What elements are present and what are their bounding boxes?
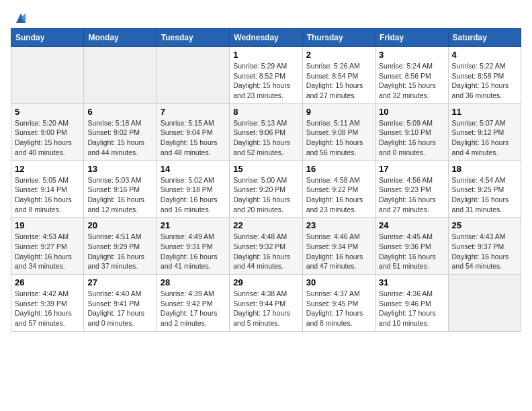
day-info: Sunrise: 4:49 AMSunset: 9:31 PMDaylight:… xyxy=(161,232,226,271)
calendar-cell: 5Sunrise: 5:20 AMSunset: 9:00 PMDaylight… xyxy=(11,103,84,161)
day-number: 13 xyxy=(87,164,152,174)
day-number: 26 xyxy=(15,277,80,287)
calendar-cell: 14Sunrise: 5:02 AMSunset: 9:18 PMDayligh… xyxy=(157,161,229,218)
day-info: Sunrise: 4:40 AMSunset: 9:41 PMDaylight:… xyxy=(87,289,152,328)
day-info: Sunrise: 5:18 AMSunset: 9:02 PMDaylight:… xyxy=(87,118,152,158)
calendar-cell: 8Sunrise: 5:13 AMSunset: 9:06 PMDaylight… xyxy=(230,103,302,161)
day-info: Sunrise: 5:11 AMSunset: 9:08 PMDaylight:… xyxy=(306,118,371,158)
calendar-cell: 10Sunrise: 5:09 AMSunset: 9:10 PMDayligh… xyxy=(375,103,448,161)
day-info: Sunrise: 4:36 AMSunset: 9:46 PMDaylight:… xyxy=(379,289,444,328)
day-number: 19 xyxy=(15,220,80,230)
day-info: Sunrise: 4:56 AMSunset: 9:23 PMDaylight:… xyxy=(379,175,444,215)
weekday-header-monday: Monday xyxy=(84,29,157,47)
day-number: 1 xyxy=(233,50,298,60)
weekday-header-sunday: Sunday xyxy=(11,29,84,47)
calendar-cell: 12Sunrise: 5:05 AMSunset: 9:14 PMDayligh… xyxy=(11,161,84,218)
day-info: Sunrise: 4:51 AMSunset: 9:29 PMDaylight:… xyxy=(87,232,152,271)
page-header xyxy=(11,11,521,23)
day-number: 8 xyxy=(233,107,298,117)
calendar-cell: 27Sunrise: 4:40 AMSunset: 9:41 PMDayligh… xyxy=(84,275,157,332)
calendar-cell: 1Sunrise: 5:29 AMSunset: 8:52 PMDaylight… xyxy=(230,47,302,104)
logo-icon xyxy=(13,11,28,26)
weekday-header-wednesday: Wednesday xyxy=(230,29,302,47)
day-number: 4 xyxy=(452,50,517,60)
day-number: 23 xyxy=(306,220,371,230)
calendar-cell: 23Sunrise: 4:46 AMSunset: 9:34 PMDayligh… xyxy=(302,218,375,275)
day-number: 25 xyxy=(452,220,517,230)
day-number: 30 xyxy=(306,277,371,287)
day-info: Sunrise: 5:03 AMSunset: 9:16 PMDaylight:… xyxy=(87,175,152,215)
calendar-cell: 24Sunrise: 4:45 AMSunset: 9:36 PMDayligh… xyxy=(375,218,448,275)
calendar-cell xyxy=(448,275,521,332)
day-number: 18 xyxy=(452,164,517,174)
day-info: Sunrise: 5:00 AMSunset: 9:20 PMDaylight:… xyxy=(233,175,298,215)
calendar-cell: 29Sunrise: 4:38 AMSunset: 9:44 PMDayligh… xyxy=(230,275,302,332)
day-number: 21 xyxy=(161,220,226,230)
calendar-week-row: 5Sunrise: 5:20 AMSunset: 9:00 PMDaylight… xyxy=(11,103,521,161)
calendar-cell: 3Sunrise: 5:24 AMSunset: 8:56 PMDaylight… xyxy=(375,47,448,104)
day-number: 27 xyxy=(87,277,152,287)
day-number: 9 xyxy=(306,107,371,117)
weekday-header-tuesday: Tuesday xyxy=(157,29,229,47)
calendar-cell: 15Sunrise: 5:00 AMSunset: 9:20 PMDayligh… xyxy=(230,161,302,218)
calendar-cell: 25Sunrise: 4:43 AMSunset: 9:37 PMDayligh… xyxy=(448,218,521,275)
calendar-cell: 18Sunrise: 4:54 AMSunset: 9:25 PMDayligh… xyxy=(448,161,521,218)
calendar-cell: 2Sunrise: 5:26 AMSunset: 8:54 PMDaylight… xyxy=(302,47,375,104)
day-info: Sunrise: 5:09 AMSunset: 9:10 PMDaylight:… xyxy=(379,118,444,158)
day-info: Sunrise: 4:38 AMSunset: 9:44 PMDaylight:… xyxy=(233,289,298,328)
day-info: Sunrise: 5:22 AMSunset: 8:58 PMDaylight:… xyxy=(452,61,517,101)
calendar-cell: 9Sunrise: 5:11 AMSunset: 9:08 PMDaylight… xyxy=(302,103,375,161)
day-info: Sunrise: 4:43 AMSunset: 9:37 PMDaylight:… xyxy=(452,232,517,271)
day-number: 2 xyxy=(306,50,371,60)
weekday-header-friday: Friday xyxy=(375,29,448,47)
day-info: Sunrise: 4:58 AMSunset: 9:22 PMDaylight:… xyxy=(306,175,371,215)
calendar-cell: 6Sunrise: 5:18 AMSunset: 9:02 PMDaylight… xyxy=(84,103,157,161)
day-info: Sunrise: 5:05 AMSunset: 9:14 PMDaylight:… xyxy=(15,175,80,215)
weekday-header-saturday: Saturday xyxy=(448,29,521,47)
day-info: Sunrise: 4:42 AMSunset: 9:39 PMDaylight:… xyxy=(15,289,80,328)
day-number: 6 xyxy=(87,107,152,117)
day-number: 3 xyxy=(379,50,444,60)
day-info: Sunrise: 4:39 AMSunset: 9:42 PMDaylight:… xyxy=(161,289,226,328)
calendar-cell: 31Sunrise: 4:36 AMSunset: 9:46 PMDayligh… xyxy=(375,275,448,332)
day-info: Sunrise: 4:46 AMSunset: 9:34 PMDaylight:… xyxy=(306,232,371,271)
logo xyxy=(11,11,28,23)
calendar-cell: 16Sunrise: 4:58 AMSunset: 9:22 PMDayligh… xyxy=(302,161,375,218)
calendar-cell: 11Sunrise: 5:07 AMSunset: 9:12 PMDayligh… xyxy=(448,103,521,161)
day-number: 28 xyxy=(161,277,226,287)
calendar-cell: 19Sunrise: 4:53 AMSunset: 9:27 PMDayligh… xyxy=(11,218,84,275)
day-number: 22 xyxy=(233,220,298,230)
weekday-header-thursday: Thursday xyxy=(302,29,375,47)
calendar-cell: 28Sunrise: 4:39 AMSunset: 9:42 PMDayligh… xyxy=(157,275,229,332)
calendar-cell xyxy=(84,47,157,104)
day-info: Sunrise: 5:29 AMSunset: 8:52 PMDaylight:… xyxy=(233,61,298,101)
calendar-cell xyxy=(11,47,84,104)
day-number: 20 xyxy=(87,220,152,230)
calendar-week-row: 26Sunrise: 4:42 AMSunset: 9:39 PMDayligh… xyxy=(11,275,521,332)
day-number: 15 xyxy=(233,164,298,174)
calendar-cell: 21Sunrise: 4:49 AMSunset: 9:31 PMDayligh… xyxy=(157,218,229,275)
calendar-week-row: 19Sunrise: 4:53 AMSunset: 9:27 PMDayligh… xyxy=(11,218,521,275)
day-info: Sunrise: 4:48 AMSunset: 9:32 PMDaylight:… xyxy=(233,232,298,271)
day-number: 7 xyxy=(161,107,226,117)
day-info: Sunrise: 5:13 AMSunset: 9:06 PMDaylight:… xyxy=(233,118,298,158)
calendar-cell: 7Sunrise: 5:15 AMSunset: 9:04 PMDaylight… xyxy=(157,103,229,161)
day-number: 17 xyxy=(379,164,444,174)
calendar-cell: 20Sunrise: 4:51 AMSunset: 9:29 PMDayligh… xyxy=(84,218,157,275)
calendar-header-row: SundayMondayTuesdayWednesdayThursdayFrid… xyxy=(11,29,521,47)
day-number: 14 xyxy=(161,164,226,174)
day-info: Sunrise: 4:53 AMSunset: 9:27 PMDaylight:… xyxy=(15,232,80,271)
calendar-cell: 22Sunrise: 4:48 AMSunset: 9:32 PMDayligh… xyxy=(230,218,302,275)
day-info: Sunrise: 5:24 AMSunset: 8:56 PMDaylight:… xyxy=(379,61,444,101)
day-info: Sunrise: 4:54 AMSunset: 9:25 PMDaylight:… xyxy=(452,175,517,215)
day-info: Sunrise: 5:07 AMSunset: 9:12 PMDaylight:… xyxy=(452,118,517,158)
calendar-cell: 17Sunrise: 4:56 AMSunset: 9:23 PMDayligh… xyxy=(375,161,448,218)
calendar-cell xyxy=(157,47,229,104)
calendar-cell: 13Sunrise: 5:03 AMSunset: 9:16 PMDayligh… xyxy=(84,161,157,218)
calendar-cell: 4Sunrise: 5:22 AMSunset: 8:58 PMDaylight… xyxy=(448,47,521,104)
day-number: 24 xyxy=(379,220,444,230)
day-number: 29 xyxy=(233,277,298,287)
day-number: 11 xyxy=(452,107,517,117)
calendar-week-row: 1Sunrise: 5:29 AMSunset: 8:52 PMDaylight… xyxy=(11,47,521,104)
day-number: 5 xyxy=(15,107,80,117)
